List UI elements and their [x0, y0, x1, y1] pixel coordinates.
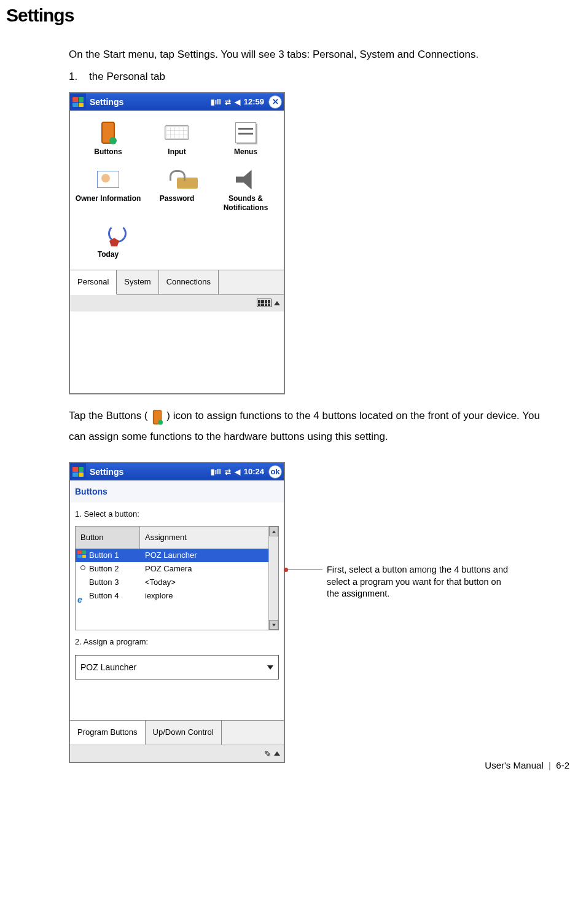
table-row[interactable]: Button 1 POZ Launcher: [76, 549, 278, 562]
today-icon: [97, 224, 119, 246]
scrollbar[interactable]: [268, 527, 278, 630]
icon-label: Today: [98, 250, 119, 259]
tab-system[interactable]: System: [117, 270, 158, 294]
button-table[interactable]: Button Assignment Button 1 POZ Launcher …: [75, 526, 279, 630]
subheader: Buttons: [70, 480, 284, 503]
windows-logo-icon: [72, 467, 84, 477]
volume-icon[interactable]: ◀: [235, 95, 240, 109]
status-area: ▮ıll ⇄ ◀ 12:59: [211, 94, 264, 110]
icon-label: Sounds & Notifications: [211, 194, 280, 212]
input-app-icon[interactable]: Input: [143, 120, 211, 156]
signal-icon[interactable]: ▮ıll: [211, 95, 221, 109]
col-header-button[interactable]: Button: [76, 527, 140, 549]
tab-bar: Personal System Connections: [70, 270, 284, 294]
select-button-label: 1. Select a button:: [70, 503, 284, 526]
annotation-text: First, select a button among the 4 butto…: [327, 565, 508, 598]
buttons-app-icon[interactable]: Buttons: [74, 120, 143, 156]
icon-label: Password: [160, 194, 195, 203]
titlebar: Settings ▮ıll ⇄ ◀ 10:24 ok: [70, 463, 284, 480]
sync-icon[interactable]: ⇄: [225, 464, 231, 479]
clock[interactable]: 12:59: [244, 94, 264, 110]
signal-icon[interactable]: ▮ıll: [211, 464, 221, 479]
sip-keyboard-icon[interactable]: [257, 299, 271, 307]
ie-icon: e: [77, 591, 87, 601]
start-button[interactable]: [70, 463, 86, 480]
volume-icon[interactable]: ◀: [235, 464, 240, 479]
window-title: Settings: [90, 93, 211, 111]
footer-label: User's Manual: [485, 760, 543, 770]
col-header-assignment[interactable]: Assignment: [140, 527, 278, 549]
scroll-up-button[interactable]: [269, 527, 278, 536]
keyboard-icon: [165, 125, 189, 140]
callout-annotation: First, select a button among the 4 butto…: [327, 564, 511, 600]
sip-chevron-up-icon[interactable]: [274, 751, 280, 756]
sip-chevron-up-icon[interactable]: [274, 301, 280, 305]
lock-icon: [166, 170, 187, 189]
windows-logo-icon: [72, 97, 84, 107]
assignment-value: iexplore: [140, 588, 278, 604]
ok-button[interactable]: ok: [268, 465, 282, 479]
tab-personal[interactable]: Personal: [70, 270, 117, 295]
icon-label: Input: [168, 147, 186, 156]
menus-app-icon[interactable]: Menus: [211, 120, 280, 156]
footer-page-number: 6-2: [556, 760, 569, 770]
sip-bar: ✎: [70, 745, 284, 762]
icon-label: Buttons: [94, 147, 122, 156]
blank-icon: [77, 578, 87, 587]
owner-info-app-icon[interactable]: Owner Information: [74, 167, 143, 212]
windows-logo-icon: [77, 550, 87, 560]
sounds-app-icon[interactable]: Sounds & Notifications: [211, 167, 280, 212]
today-app-icon[interactable]: Today: [74, 223, 143, 259]
table-row[interactable]: Button 2 POZ Camera: [76, 562, 278, 576]
item-number: 1.: [69, 71, 77, 82]
window-title: Settings: [90, 463, 211, 480]
tab-connections[interactable]: Connections: [159, 270, 219, 294]
mid-text-before: Tap the Buttons (: [69, 410, 148, 421]
intro-text: On the Start menu, tap Settings. You wil…: [69, 44, 554, 65]
clock[interactable]: 10:24: [244, 464, 264, 480]
device-buttons-icon: [101, 122, 115, 144]
start-button[interactable]: [70, 93, 86, 111]
table-row[interactable]: eButton 4 iexplore: [76, 589, 278, 603]
icon-label: Menus: [234, 147, 257, 156]
tab-program-buttons[interactable]: Program Buttons: [70, 721, 146, 745]
screenshot-settings-personal: Settings ▮ıll ⇄ ◀ 12:59 ✕ Buttons Input …: [69, 92, 285, 394]
camera-icon: [77, 564, 87, 574]
stylus-icon[interactable]: ✎: [264, 745, 271, 762]
icon-label: Owner Information: [76, 194, 141, 203]
scroll-down-button[interactable]: [269, 620, 278, 630]
inline-buttons-icon: [149, 410, 163, 423]
owner-card-icon: [97, 171, 119, 188]
footer-separator: |: [549, 760, 551, 770]
screenshot-buttons-settings: Settings ▮ıll ⇄ ◀ 10:24 ok Buttons 1. Se…: [69, 462, 285, 763]
item-text: the Personal tab: [89, 71, 165, 82]
chevron-down-icon: [267, 665, 273, 670]
status-area: ▮ıll ⇄ ◀ 10:24: [211, 464, 264, 480]
table-row[interactable]: Button 3 <Today>: [76, 576, 278, 589]
button-name: Button 4: [89, 588, 119, 604]
titlebar: Settings ▮ıll ⇄ ◀ 12:59 ✕: [70, 93, 284, 111]
speaker-icon: [236, 170, 256, 189]
menus-icon: [235, 122, 256, 143]
tab-bar: Program Buttons Up/Down Control: [70, 720, 284, 745]
dropdown-value: POZ Launcher: [80, 659, 136, 676]
page-title: Settings: [6, 5, 572, 26]
sync-icon[interactable]: ⇄: [225, 95, 231, 109]
tab-updown-control[interactable]: Up/Down Control: [146, 721, 222, 745]
assign-program-dropdown[interactable]: POZ Launcher: [75, 655, 279, 679]
sip-bar: [70, 294, 284, 311]
assign-program-label: 2. Assign a program:: [70, 630, 284, 654]
close-button[interactable]: ✕: [268, 95, 282, 109]
password-app-icon[interactable]: Password: [143, 167, 211, 212]
page-footer: User's Manual | 6-2: [485, 760, 569, 770]
